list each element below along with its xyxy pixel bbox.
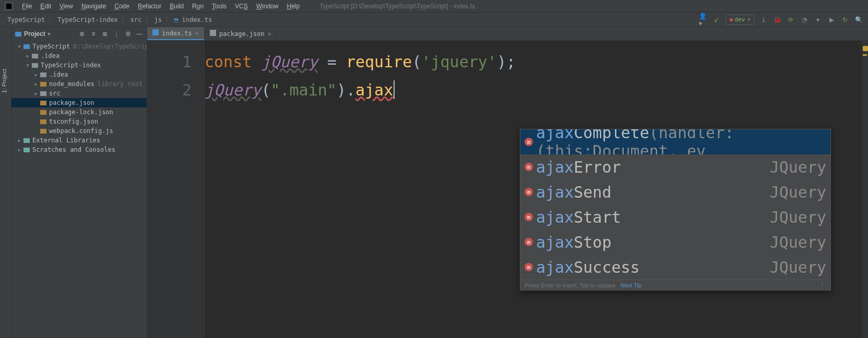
- menu-build[interactable]: Build: [165, 2, 188, 11]
- profile-icon[interactable]: ◔: [800, 16, 808, 24]
- run-bug-icon[interactable]: 🐞: [773, 16, 781, 24]
- analysis-marker-icon[interactable]: [863, 46, 868, 51]
- project-tab-button[interactable]: 1: Project: [1, 69, 7, 93]
- tree-item-label: Scratches and Consoles: [32, 146, 115, 153]
- tree-item[interactable]: ▸.idea: [11, 51, 147, 61]
- main-area: 1: Project Project ▾ ⊕ ≡ ≣ | ⚙ — ▾TypeSc…: [0, 27, 868, 338]
- menu-tools[interactable]: Tools: [208, 2, 231, 11]
- tree-item-label: package.json: [49, 99, 94, 106]
- tree-item-hint: library root: [98, 80, 143, 88]
- tree-item[interactable]: package-lock.json: [11, 107, 147, 117]
- crumb-0[interactable]: TypeScript: [4, 15, 48, 25]
- user-icon[interactable]: 👤▾: [699, 16, 707, 24]
- svg-rect-4: [32, 54, 38, 58]
- method-icon: m: [525, 263, 533, 271]
- tree-item[interactable]: ▸src: [11, 89, 147, 98]
- svg-rect-16: [210, 30, 216, 36]
- completion-type: JQuery: [762, 183, 826, 201]
- completion-item[interactable]: majaxSendJQuery: [520, 179, 830, 204]
- tree-item[interactable]: ▸node_moduleslibrary root: [11, 79, 147, 89]
- reload-icon[interactable]: ↻: [841, 16, 849, 24]
- tree-item[interactable]: ▸Scratches and Consoles: [11, 145, 147, 154]
- run-config-selector[interactable]: dev ▾: [726, 15, 755, 25]
- tree-arrow-icon[interactable]: ▾: [17, 43, 22, 50]
- menu-edit[interactable]: Edit: [36, 2, 55, 11]
- attach-icon[interactable]: ▾: [814, 16, 822, 24]
- completion-footer: Press Enter to insert, Tab to replace Ne…: [520, 280, 830, 290]
- menu-vcs[interactable]: VCS: [231, 2, 252, 11]
- crumb-sep-icon: 〉: [48, 15, 54, 24]
- svg-rect-12: [40, 129, 46, 134]
- chevron-down-icon[interactable]: ▾: [47, 30, 51, 38]
- menu-navigate[interactable]: Navigate: [77, 2, 110, 11]
- gear-icon[interactable]: ⚙: [124, 30, 132, 38]
- completion-item[interactable]: majaxComplete(handler: (this:Document, e…: [520, 129, 830, 154]
- menu-window[interactable]: Window: [252, 2, 283, 11]
- checkout-icon[interactable]: ↙: [712, 16, 721, 24]
- tree-item[interactable]: ▸External Libraries: [11, 136, 147, 145]
- tree-item-label: src: [49, 90, 61, 97]
- method-icon: m: [525, 213, 533, 221]
- error-stripe[interactable]: [862, 41, 868, 338]
- crumb-sep-icon: 〉: [165, 15, 171, 24]
- close-icon[interactable]: ×: [268, 30, 271, 38]
- locate-icon[interactable]: ⊕: [78, 30, 86, 38]
- method-icon: m: [525, 188, 533, 196]
- menu-help[interactable]: Help: [282, 2, 304, 11]
- warning-marker-icon[interactable]: [863, 54, 867, 56]
- project-title[interactable]: Project: [24, 30, 45, 38]
- tree-arrow-icon[interactable]: ▸: [33, 71, 39, 78]
- menu-view[interactable]: View: [55, 2, 77, 11]
- tree-item-label: External Libraries: [32, 137, 100, 144]
- menu-file[interactable]: File: [18, 2, 36, 11]
- toolbar-right: 👤▾ ↙ dev ▾ ⤓ 🐞 ⟳ ◔ ▾ ▶ ↻ 🔍: [699, 15, 869, 25]
- next-tip-link[interactable]: Next Tip: [621, 282, 641, 288]
- completion-item[interactable]: majaxErrorJQuery: [520, 154, 830, 179]
- editor-tab[interactable]: package.json×: [205, 27, 277, 40]
- tree-item[interactable]: tsconfig.json: [11, 117, 147, 126]
- hide-icon[interactable]: —: [135, 30, 144, 38]
- crumb-4[interactable]: ⬒ index.ts: [171, 15, 215, 25]
- project-tree[interactable]: ▾TypeScriptD:\Develop\TypeScript\TypeScr…: [11, 41, 147, 154]
- collapse-all-icon[interactable]: ≣: [101, 30, 109, 38]
- line-number: 2: [147, 76, 204, 104]
- crumb-3[interactable]: js: [151, 15, 165, 25]
- completion-item[interactable]: majaxSuccessJQuery: [520, 255, 830, 280]
- tree-arrow-icon[interactable]: ▸: [33, 90, 39, 97]
- coverage-icon[interactable]: ⟳: [787, 16, 795, 24]
- menu-run[interactable]: Run: [188, 2, 208, 11]
- more-icon[interactable]: ⋮: [819, 282, 826, 288]
- tree-arrow-icon[interactable]: ▸: [25, 52, 30, 59]
- tree-item-label: TypeScript-index: [41, 62, 101, 69]
- completion-type: JQuery: [762, 208, 826, 226]
- tree-item[interactable]: package.json: [11, 98, 147, 107]
- tree-arrow-icon[interactable]: ▸: [17, 137, 22, 144]
- tree-arrow-icon[interactable]: ▸: [33, 80, 39, 88]
- tree-arrow-icon[interactable]: ▸: [17, 146, 22, 153]
- method-icon: m: [525, 138, 533, 146]
- tree-item[interactable]: ▾TypeScript-index: [11, 61, 147, 70]
- svg-rect-3: [23, 44, 30, 49]
- menu-code[interactable]: Code: [110, 2, 134, 11]
- tree-item-label: .idea: [49, 71, 68, 78]
- tree-arrow-icon[interactable]: ▾: [25, 62, 30, 69]
- menu-refactor[interactable]: Refactor: [134, 2, 165, 11]
- crumb-2[interactable]: src: [127, 15, 145, 25]
- completion-item[interactable]: majaxStartJQuery: [520, 204, 830, 230]
- method-icon: m: [525, 238, 533, 246]
- file-icon: [210, 30, 216, 38]
- editor-tab[interactable]: index.ts×: [147, 27, 205, 40]
- search-icon[interactable]: 🔍: [854, 16, 863, 24]
- runconfig-name: dev: [735, 16, 745, 23]
- play-icon[interactable]: ▶: [827, 16, 836, 24]
- tree-item[interactable]: ▾TypeScriptD:\Develop\TypeScript\TypeScr…: [11, 42, 147, 51]
- tree-item[interactable]: webpack.config.js: [11, 126, 147, 136]
- expand-all-icon[interactable]: ≡: [89, 30, 98, 38]
- svg-rect-2: [15, 32, 21, 37]
- build-icon[interactable]: ⤓: [759, 16, 768, 24]
- close-icon[interactable]: ×: [195, 30, 199, 37]
- lib-icon: [23, 137, 30, 144]
- crumb-1[interactable]: TypeScript-index: [54, 15, 121, 25]
- completion-item[interactable]: majaxStopJQuery: [520, 230, 830, 255]
- tree-item[interactable]: ▸.idea: [11, 70, 147, 79]
